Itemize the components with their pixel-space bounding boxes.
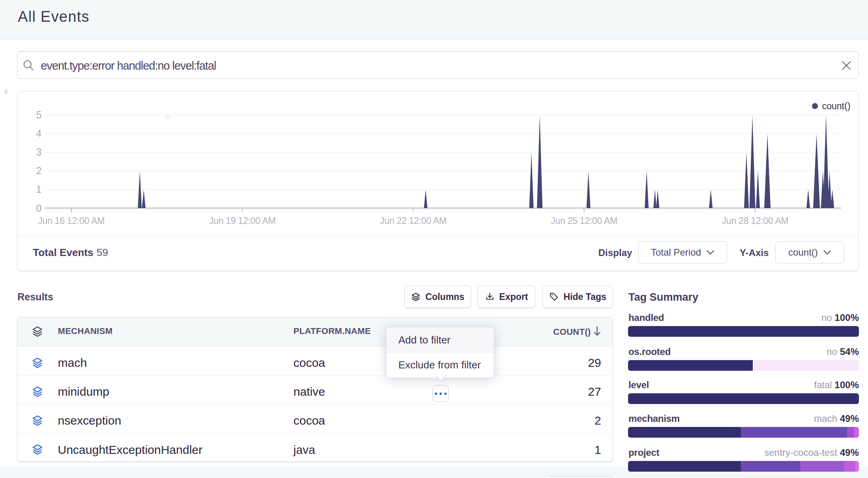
svg-text:2: 2 — [36, 165, 42, 176]
svg-text:Jun 28 12:00 AM: Jun 28 12:00 AM — [722, 216, 788, 226]
svg-text:Jun 22 12:00 AM: Jun 22 12:00 AM — [380, 216, 446, 226]
svg-text:Jun 25 12:00 AM: Jun 25 12:00 AM — [551, 216, 617, 226]
svg-text:4: 4 — [36, 128, 42, 139]
svg-text:5: 5 — [36, 109, 42, 120]
svg-text:0: 0 — [36, 203, 42, 214]
svg-text:1: 1 — [36, 184, 42, 195]
svg-text:Jun 16 12:00 AM: Jun 16 12:00 AM — [38, 216, 105, 226]
svg-text:3: 3 — [36, 146, 42, 157]
svg-text:Jun 19 12:00 AM: Jun 19 12:00 AM — [209, 216, 276, 226]
